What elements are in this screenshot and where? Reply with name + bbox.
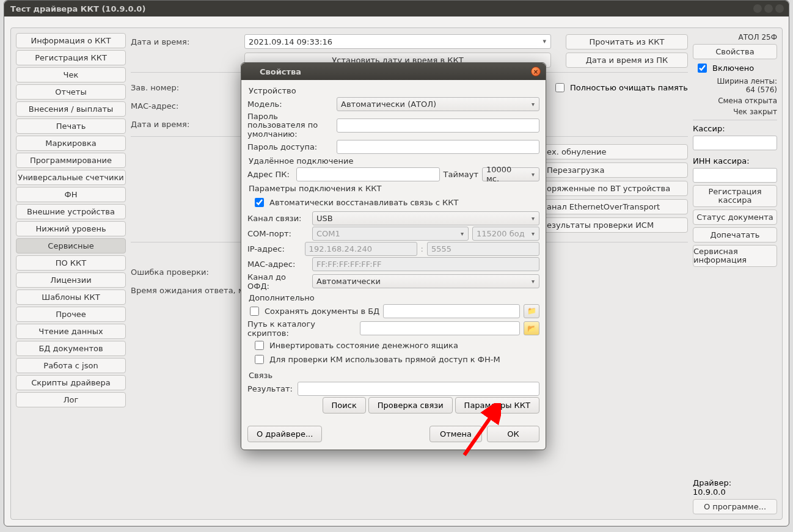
section-extra: Дополнительно (249, 293, 539, 302)
main-action-2[interactable]: оряженные по BT устройства (541, 181, 688, 196)
service-info-button[interactable]: Сервисная информация (693, 245, 777, 267)
window-titlebar: Тест драйвера ККТ (10.9.0.0) (4, 1, 789, 16)
serial-label: Зав. номер: (131, 83, 239, 92)
sidebar-item-19[interactable]: Работа с json (16, 358, 126, 373)
device-model: АТОЛ 25Ф (693, 33, 777, 42)
sidebar-item-9[interactable]: ФН (16, 187, 126, 202)
close-icon[interactable]: × (531, 67, 541, 76)
sidebar-item-0[interactable]: Информация о ККТ (16, 33, 126, 48)
cashier-inn-input[interactable] (693, 168, 777, 183)
main-action-4[interactable]: езультаты проверки ИСМ (541, 217, 688, 233)
doc-status-button[interactable]: Статус документа (693, 210, 777, 225)
dialog-title: Свойства (260, 67, 301, 76)
ofd-label: Канал до ОФД: (247, 272, 309, 291)
com-label: COM-порт: (247, 229, 309, 238)
script-dir-label: Путь к каталогу скриптов: (247, 319, 356, 338)
ip-input (305, 242, 417, 256)
sidebar-item-5[interactable]: Печать (16, 118, 126, 134)
result-label: Результат: (247, 384, 294, 393)
main-action-3[interactable]: анал EthernetOverTransport (541, 199, 688, 214)
dialog-titlebar[interactable]: Свойства × (241, 63, 546, 80)
datetime-label: Дата и время: (131, 37, 239, 46)
cancel-button[interactable]: Отмена (429, 426, 482, 442)
sidebar-item-16[interactable]: Прочее (16, 307, 126, 322)
sidebar-item-12[interactable]: Сервисные (16, 238, 126, 253)
access-password-input[interactable] (337, 140, 539, 154)
sidebar-item-7[interactable]: Программирование (16, 153, 126, 168)
user-password-input[interactable] (337, 118, 539, 133)
invert-drawer-checkbox[interactable]: Инвертировать состояние денежного ящика (252, 339, 539, 352)
auto-reconnect-checkbox[interactable]: Автоматически восстанавливать связь с КК… (252, 196, 458, 209)
section-conn: Параметры подключения к ККТ (249, 184, 539, 193)
folder-icon[interactable]: 📁 (524, 304, 539, 318)
sidebar-item-20[interactable]: Скрипты драйвера (16, 375, 126, 390)
chevron-down-icon: ▾ (532, 278, 535, 285)
sidebar-item-1[interactable]: Регистрация ККТ (16, 50, 126, 65)
clear-memory-checkbox[interactable]: Полностью очищать память (553, 81, 688, 94)
fn-mark-checkbox[interactable]: Для проверки КМ использовать прямой дост… (252, 353, 539, 366)
cashier-input[interactable] (693, 136, 777, 150)
receipt-status: Чек закрыт (693, 107, 777, 116)
access-pwd-label: Пароль доступа: (247, 142, 333, 151)
result-input[interactable] (298, 382, 539, 396)
properties-button[interactable]: Свойства (693, 44, 777, 59)
search-button[interactable]: Поиск (323, 397, 366, 414)
about-driver-button[interactable]: О драйвере... (247, 426, 322, 442)
sidebar-item-3[interactable]: Отчеты (16, 84, 126, 100)
error-check-label: Ошибка проверки: (131, 268, 209, 277)
model-select[interactable]: Автоматически (АТОЛ)▾ (337, 97, 539, 111)
section-link: Связь (249, 371, 539, 380)
user-pwd-label: Пароль пользователя по умолчанию: (247, 112, 333, 139)
kkt-params-button[interactable]: Параметры ККТ (455, 397, 539, 414)
reprint-button[interactable]: Допечатать (693, 227, 777, 242)
about-program-button[interactable]: О программе... (693, 499, 777, 514)
com-port-select: COM1▾ (312, 227, 469, 241)
main-action-1[interactable]: Перезагрузка (541, 162, 688, 178)
sidebar-item-18[interactable]: БД документов (16, 341, 126, 356)
sidebar-item-11[interactable]: Нижний уровень (16, 221, 126, 236)
folder-open-icon[interactable]: 📂 (524, 321, 539, 335)
pc-address-label: Адрес ПК: (247, 170, 293, 179)
sidebar-item-21[interactable]: Лог (16, 392, 126, 407)
driver-version: Драйвер: 10.9.0.0 (693, 478, 777, 497)
ofd-channel-select[interactable]: Автоматически▾ (312, 274, 539, 288)
close-window-icon[interactable] (775, 4, 784, 13)
shift-status: Смена открыта (693, 97, 777, 105)
sidebar-item-15[interactable]: Шаблоны ККТ (16, 290, 126, 305)
sidebar-item-4[interactable]: Внесения / выплаты (16, 101, 126, 117)
script-dir-input[interactable] (360, 321, 520, 335)
check-connection-button[interactable]: Проверка связи (368, 397, 453, 414)
sidebar-item-2[interactable]: Чек (16, 67, 126, 82)
chevron-down-icon: ▾ (532, 215, 535, 222)
ip-label: IP-адрес: (247, 244, 301, 253)
sidebar-item-6[interactable]: Маркировка (16, 136, 126, 151)
datetime2-label: Дата и время: (131, 120, 239, 129)
db-path-input[interactable] (383, 304, 520, 318)
dt-from-pc-button[interactable]: Дата и время из ПК (566, 53, 688, 68)
baud-select: 115200 бод▾ (472, 227, 539, 241)
sidebar-item-10[interactable]: Внешние устройства (16, 204, 126, 219)
dlg-mac-label: MAC-адрес: (247, 260, 309, 269)
sidebar: Информация о ККТРегистрация ККТЧекОтчеты… (16, 33, 126, 514)
ok-button[interactable]: ОК (487, 426, 539, 442)
timeout-select[interactable]: 10000 мс.▾ (482, 167, 539, 181)
section-device: Устройство (249, 86, 539, 95)
pc-address-input[interactable] (296, 167, 440, 181)
chevron-down-icon: ▾ (532, 230, 535, 237)
sidebar-item-13[interactable]: ПО ККТ (16, 255, 126, 271)
cashier-label: Кассир: (693, 124, 777, 133)
minimize-icon[interactable] (753, 4, 762, 13)
enabled-checkbox[interactable]: Включено (695, 62, 777, 75)
channel-label: Канал связи: (247, 214, 309, 223)
sidebar-item-8[interactable]: Универсальные счетчики (16, 170, 126, 185)
save-db-checkbox[interactable]: Сохранять документы в БД (247, 305, 379, 318)
datetime-input[interactable] (244, 34, 551, 49)
maximize-icon[interactable] (764, 4, 773, 13)
sidebar-item-17[interactable]: Чтение данных (16, 324, 126, 339)
main-action-0[interactable]: ех. обнуление (541, 144, 688, 159)
register-cashier-button[interactable]: Регистрация кассира (693, 185, 777, 207)
sidebar-item-14[interactable]: Лицензии (16, 272, 126, 288)
channel-select[interactable]: USB▾ (312, 211, 539, 225)
timeout-label: Таймаут (444, 170, 478, 179)
read-from-kkt-button[interactable]: Прочитать из ККТ (566, 34, 688, 49)
